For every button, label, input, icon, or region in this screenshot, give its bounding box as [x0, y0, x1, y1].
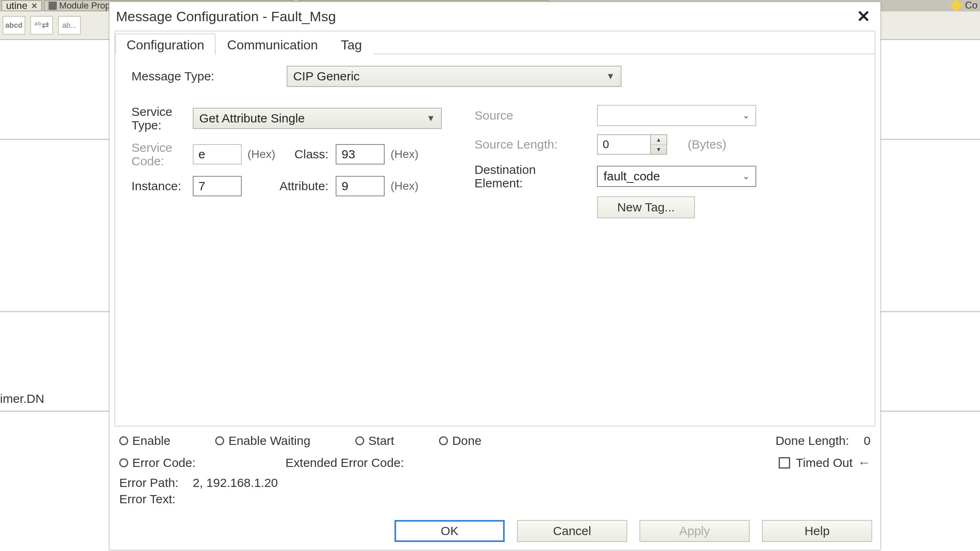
- bg-right-snippet: Co: [952, 0, 980, 11]
- attribute-label: Attribute:: [269, 179, 328, 193]
- module-icon: [49, 2, 57, 10]
- tab-row: Configuration Communication Tag: [115, 31, 875, 54]
- chevron-down-icon: ▼: [426, 113, 435, 124]
- tab-label: Configuration: [127, 38, 204, 52]
- input-value: 7: [198, 179, 205, 193]
- status-label: Enable Waiting: [228, 434, 310, 448]
- swap-icon: ᵃᵇ⇄: [34, 20, 49, 31]
- chevron-down-icon: ⌄: [742, 110, 750, 121]
- chevron-down-icon: ▼: [606, 71, 615, 82]
- status-label: Enable: [132, 434, 170, 448]
- service-code-input[interactable]: e: [193, 144, 242, 164]
- tab-label: Communication: [227, 38, 318, 52]
- button-label: New Tag...: [617, 200, 675, 214]
- attribute-input[interactable]: 9: [336, 176, 385, 196]
- button-label: Apply: [679, 524, 710, 538]
- status-label: Error Code:: [132, 456, 196, 470]
- status-error-code: Error Code:: [119, 456, 196, 470]
- service-code-label: Service Code:: [131, 141, 193, 168]
- dialog-footer: OK Cancel Apply Help: [109, 509, 880, 542]
- source-length-label: Source Length:: [474, 138, 597, 151]
- destination-label: Destination Element:: [474, 163, 597, 190]
- config-card: Configuration Communication Tag Message …: [114, 31, 875, 427]
- toolbar-btn-ab[interactable]: ab...: [58, 16, 81, 35]
- extended-error-code-label: Extended Error Code:: [285, 456, 404, 470]
- input-value: 93: [341, 147, 355, 161]
- hex-label: (Hex): [390, 148, 418, 161]
- source-length-spinner[interactable]: 0 ▲▼: [597, 134, 667, 155]
- close-button[interactable]: ✕: [853, 7, 874, 26]
- status-label: Start: [368, 434, 394, 448]
- destination-select[interactable]: fault_code ⌄: [597, 166, 756, 187]
- instance-input[interactable]: 7: [193, 176, 242, 196]
- instance-label: Instance:: [131, 179, 193, 193]
- radio-icon: [215, 436, 224, 445]
- radio-icon: [355, 436, 364, 445]
- radio-icon: [439, 436, 448, 445]
- bg-tab-label: utine: [6, 0, 27, 11]
- status-row-text: Error Text:: [116, 490, 874, 509]
- diamond-icon: [950, 0, 963, 12]
- radio-icon: [119, 458, 128, 467]
- message-config-dialog: Message Configuration - Fault_Msg ✕ Conf…: [109, 2, 881, 550]
- service-type-select[interactable]: Get Attribute Single ▼: [193, 108, 442, 129]
- class-input[interactable]: 93: [336, 144, 385, 164]
- timed-out-label: Timed Out: [796, 456, 853, 470]
- apply-button[interactable]: Apply: [639, 520, 750, 542]
- status-label: Done: [452, 434, 481, 448]
- status-done: Done: [439, 434, 481, 448]
- status-area: Enable Enable Waiting Start Done Done Le…: [116, 431, 874, 509]
- input-value: e: [198, 147, 205, 161]
- arrow-left-icon: ←: [858, 455, 871, 470]
- input-value: 9: [341, 179, 348, 193]
- ok-button[interactable]: OK: [394, 520, 505, 542]
- timed-out-checkbox[interactable]: [779, 457, 790, 469]
- error-path-value: 2, 192.168.1.20: [193, 476, 278, 490]
- error-text-label: Error Text:: [119, 492, 176, 506]
- source-label: Source: [474, 109, 597, 122]
- bg-tab-routine[interactable]: utine ×: [2, 0, 42, 11]
- new-tag-button[interactable]: New Tag...: [597, 196, 695, 218]
- chevron-down-icon: ⌄: [742, 171, 750, 182]
- done-length-value: 0: [864, 434, 871, 448]
- source-select[interactable]: ⌄: [597, 105, 756, 126]
- tab-spacer: [373, 31, 875, 54]
- bg-right-label: Co: [965, 0, 978, 11]
- close-icon[interactable]: ×: [31, 0, 37, 11]
- toolbar-btn-label: ab...: [62, 21, 76, 30]
- hex-label: (Hex): [247, 148, 275, 161]
- tab-tag[interactable]: Tag: [330, 33, 374, 54]
- service-type-label: Service Type:: [131, 105, 193, 132]
- status-start: Start: [355, 434, 394, 448]
- select-value: fault_code: [604, 169, 660, 183]
- select-value: Get Attribute Single: [199, 111, 305, 125]
- tab-label: Tag: [341, 38, 362, 52]
- class-label: Class:: [283, 147, 328, 161]
- toolbar-btn-label: abcd: [5, 21, 22, 30]
- tab-communication[interactable]: Communication: [216, 33, 329, 54]
- button-label: Help: [804, 524, 830, 538]
- spinner-value: 0: [603, 138, 609, 151]
- hex-label: (Hex): [390, 180, 418, 193]
- bg-rung-label: imer.DN: [0, 392, 44, 406]
- radio-icon: [119, 436, 128, 445]
- spinner-arrows[interactable]: ▲▼: [650, 135, 666, 154]
- toolbar-btn-abcd[interactable]: abcd: [2, 16, 25, 35]
- dialog-title: Message Configuration - Fault_Msg: [116, 9, 853, 24]
- message-type-select[interactable]: CIP Generic ▼: [287, 66, 621, 87]
- tab-configuration[interactable]: Configuration: [115, 33, 216, 55]
- error-path-label: Error Path:: [119, 476, 193, 490]
- help-button[interactable]: Help: [762, 520, 872, 542]
- message-type-label: Message Type:: [131, 69, 287, 83]
- toolbar-btn-swap[interactable]: ᵃᵇ⇄: [30, 16, 53, 35]
- button-label: Cancel: [553, 524, 591, 538]
- select-value: CIP Generic: [293, 69, 360, 83]
- status-enable: Enable: [119, 434, 170, 448]
- done-length-label: Done Length:: [775, 434, 849, 448]
- bytes-label: (Bytes): [688, 138, 726, 151]
- status-row-indicators: Enable Enable Waiting Start Done Done Le…: [116, 431, 874, 450]
- config-form: Message Type: CIP Generic ▼ Service Type…: [115, 54, 875, 426]
- dialog-titlebar: Message Configuration - Fault_Msg ✕: [109, 2, 880, 31]
- cancel-button[interactable]: Cancel: [517, 520, 627, 542]
- status-row-error: Error Code: Extended Error Code: Timed O…: [116, 453, 874, 473]
